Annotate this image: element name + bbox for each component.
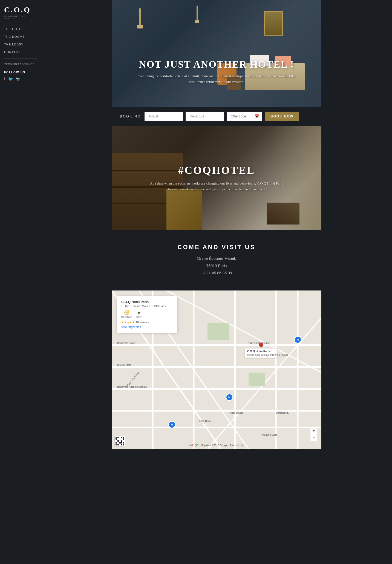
qr-cell xyxy=(116,438,117,440)
visit-address: 15 rue Édouard Manet, 75013 Paris +33 1 … xyxy=(117,255,316,277)
qr-cell xyxy=(119,442,121,444)
main-content: NOT JUST ANOTHER HOTEL ! Combining the c… xyxy=(112,0,321,449)
qr-cell xyxy=(119,440,121,442)
visit-title: COME AND VISIT US xyxy=(117,244,316,251)
departure-input[interactable] xyxy=(186,112,224,121)
qr-cell xyxy=(119,438,121,440)
hero-section: NOT JUST ANOTHER HOTEL ! Combining the c… xyxy=(112,0,321,107)
svg-text:Italie Deux: Italie Deux xyxy=(199,420,211,422)
qr-cell xyxy=(123,442,124,444)
phone: +33 1 45 86 35 99 xyxy=(201,271,232,275)
arrival-input[interactable] xyxy=(145,112,183,121)
qr-cell xyxy=(116,437,117,438)
map-hotel-address: 15 Rue Edouard Manet, 75013 Paris xyxy=(121,305,173,308)
social-title: #COQHOTEL xyxy=(133,164,301,177)
booking-label: BOOKING xyxy=(120,114,142,118)
save-button[interactable]: ★ Save xyxy=(136,310,142,318)
artwork-decoration xyxy=(264,11,283,36)
review-count: 10 reviews xyxy=(136,321,149,324)
save-icon: ★ xyxy=(137,310,141,315)
directions-icon: 🧭 xyxy=(124,310,129,315)
map-section: M M M Boulevard Arago Rue du Méts Boulev… xyxy=(112,290,321,449)
visit-section: COME AND VISIT US 15 rue Édouard Manet, … xyxy=(112,230,321,290)
qr-cell xyxy=(117,444,119,445)
save-label: Save xyxy=(136,316,142,318)
svg-text:M: M xyxy=(297,338,299,341)
address-line1: 15 rue Édouard Manet, xyxy=(197,256,236,261)
map-bg: M M M Boulevard Arago Rue du Méts Boulev… xyxy=(112,290,321,449)
qr-cell xyxy=(117,442,119,444)
stars: ★★★★★ xyxy=(121,321,135,324)
hero-bg xyxy=(112,0,321,107)
view-larger-link[interactable]: View larger map xyxy=(121,326,173,329)
lamp-shade-right xyxy=(195,20,199,23)
qr-cell xyxy=(121,438,123,440)
qr-cell xyxy=(121,442,123,444)
qr-cell xyxy=(119,444,121,445)
svg-text:Place d'Italie: Place d'Italie xyxy=(229,412,243,414)
google-credit: Google · Map data ©2016 Google · Terms o… xyxy=(189,443,244,447)
offer-code-wrapper: 📅 xyxy=(227,112,262,121)
qr-cell xyxy=(117,438,119,440)
hero-text-container: NOT JUST ANOTHER HOTEL ! Combining the c… xyxy=(112,59,321,85)
calendar-icon: 📅 xyxy=(255,114,260,119)
lamp-left xyxy=(139,8,141,27)
directions-label: Directions xyxy=(121,316,132,318)
zoom-in-button[interactable]: + xyxy=(310,427,317,434)
qr-cell xyxy=(119,437,121,438)
qr-cell xyxy=(121,440,123,442)
qr-cell xyxy=(123,437,124,438)
qr-cell xyxy=(116,440,117,442)
qr-cell xyxy=(117,440,119,442)
lamp-right xyxy=(197,5,198,22)
svg-text:Rue du Méts: Rue du Méts xyxy=(117,364,131,366)
qr-cell xyxy=(117,437,119,438)
map-hotel-name: C.O.Q Hotel Paris xyxy=(121,300,173,304)
qr-code xyxy=(114,436,125,447)
pin-label: C.O.Q Hotel Paris Stylish hotel with a s… xyxy=(245,348,278,358)
social-subtitle: At a time when the social networks are c… xyxy=(148,181,285,192)
map-rating: ★★★★★ 10 reviews xyxy=(121,321,173,324)
booking-bar: BOOKING 📅 BOOK NOW xyxy=(112,107,321,126)
svg-rect-30 xyxy=(207,323,229,340)
hero-title: NOT JUST ANOTHER HOTEL ! xyxy=(123,59,310,70)
qr-cell xyxy=(116,444,117,445)
qr-cell xyxy=(123,444,124,445)
map-pin: C.O.Q Hotel Paris Stylish hotel with a s… xyxy=(245,343,278,358)
hero-overlay xyxy=(112,0,321,107)
svg-text:M: M xyxy=(228,396,230,399)
directions-button[interactable]: 🧭 Directions xyxy=(121,310,132,318)
pin-label-title: C.O.Q Hotel Paris xyxy=(247,350,275,353)
qr-cell xyxy=(121,437,123,438)
lamp-shade xyxy=(137,25,143,28)
qr-cell xyxy=(123,440,124,442)
social-text-container: #COQHOTEL At a time when the social netw… xyxy=(133,164,301,192)
qr-cell xyxy=(116,442,117,444)
svg-text:Carousel du: Carousel du xyxy=(276,412,289,414)
svg-text:Haagen Dazs: Haagen Dazs xyxy=(262,433,277,436)
pin-label-desc: Stylish hotel with a sunroom & lounge xyxy=(247,353,275,356)
qr-cell xyxy=(123,438,124,440)
book-now-button[interactable]: BOOK NOW xyxy=(265,112,299,121)
svg-rect-31 xyxy=(249,373,265,386)
social-section: #COQHOTEL At a time when the social netw… xyxy=(112,126,321,230)
hero-subtitle: Combining the comfortable feel of a fami… xyxy=(134,73,299,85)
qr-cell xyxy=(121,444,123,445)
address-line2: 75013 Paris xyxy=(206,264,227,268)
map-info-panel: C.O.Q Hotel Paris 15 Rue Edouard Manet, … xyxy=(117,296,177,333)
svg-text:Boulevard Auguste Blanqui: Boulevard Auguste Blanqui xyxy=(117,385,147,388)
map-zoom: + − xyxy=(310,427,317,441)
pin-dot xyxy=(258,341,264,348)
zoom-out-button[interactable]: − xyxy=(310,434,317,441)
svg-text:M: M xyxy=(171,423,173,426)
map-actions: 🧭 Directions ★ Save xyxy=(121,310,173,318)
svg-text:Boulevard Arago: Boulevard Arago xyxy=(117,342,136,344)
